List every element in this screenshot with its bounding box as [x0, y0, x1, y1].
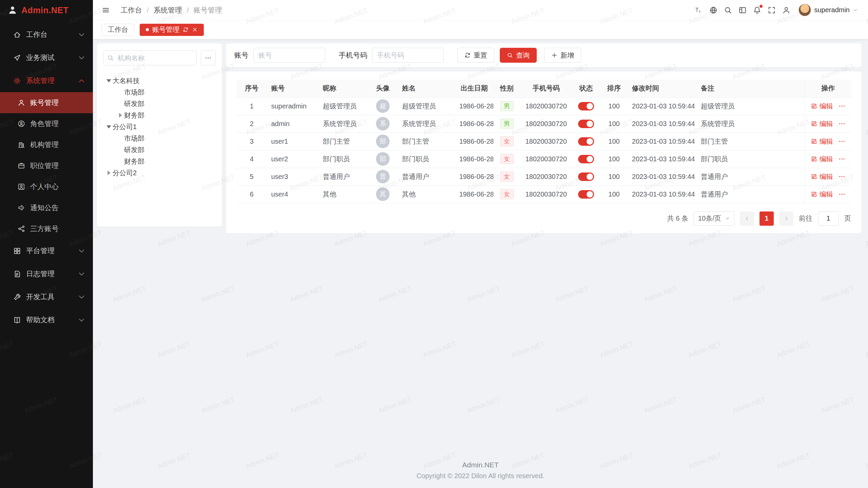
bell-icon[interactable] — [753, 6, 761, 14]
person-icon[interactable] — [782, 6, 790, 14]
close-icon[interactable] — [192, 27, 198, 33]
tree-node[interactable]: 分公司2 — [103, 167, 216, 179]
tree-more-button[interactable] — [201, 50, 216, 65]
grid-icon — [13, 247, 21, 255]
edit-button[interactable]: 编辑 — [811, 119, 833, 128]
account-input[interactable] — [253, 48, 325, 63]
edit-button[interactable]: 编辑 — [811, 102, 833, 111]
sidebar-item[interactable]: 业务测试 — [0, 46, 93, 69]
row-more-button[interactable] — [839, 173, 845, 180]
tab-item[interactable]: 工作台 — [102, 24, 134, 36]
sidebar-subitem[interactable]: 角色管理 — [0, 113, 93, 134]
breadcrumb-item[interactable]: 系统管理 — [154, 5, 182, 15]
fullscreen-icon[interactable] — [768, 6, 776, 14]
sidebar-item[interactable]: 日志管理 — [0, 262, 93, 285]
chevron-down-icon — [78, 247, 85, 255]
caret-down-icon[interactable] — [105, 123, 113, 130]
megaphone-icon — [18, 204, 25, 211]
cell-birth: 1986-06-28 — [455, 133, 493, 150]
sidebar-item[interactable]: 平台管理 — [0, 239, 93, 262]
row-more-button[interactable] — [839, 156, 845, 162]
add-button[interactable]: 新增 — [544, 48, 581, 63]
sidebar-subitem[interactable]: 职位管理 — [0, 155, 93, 176]
sidebar-subitem[interactable]: 通知公告 — [0, 197, 93, 218]
caret-down-icon[interactable] — [105, 77, 113, 84]
cell-remark: 超级管理员 — [697, 97, 805, 115]
fontsize-icon[interactable]: Tt — [695, 6, 703, 14]
cell-phone: 18020030720 — [520, 133, 572, 150]
tree-node[interactable]: 财务部 — [103, 156, 216, 167]
sidebar-item[interactable]: 开发工具 — [0, 285, 93, 308]
row-more-button[interactable] — [839, 120, 845, 127]
tree-node[interactable]: 财务部 — [103, 109, 216, 121]
cell-status — [572, 168, 600, 185]
tree-node[interactable]: 大名科技 — [103, 75, 216, 86]
table-body: 1superadmin超级管理员超超级管理员1986-06-28男1802003… — [236, 97, 851, 203]
edit-button[interactable]: 编辑 — [811, 137, 833, 146]
search-icon[interactable] — [724, 6, 732, 14]
logo-icon — [7, 5, 18, 15]
cell-gender: 女 — [493, 185, 520, 203]
tree-node[interactable]: 研发部 — [103, 144, 216, 156]
tab-active[interactable]: 账号管理 — [140, 24, 204, 36]
sidebar-subitem[interactable]: 账号管理 — [0, 92, 93, 113]
menu-label: 工作台 — [26, 30, 47, 39]
row-more-button[interactable] — [839, 138, 845, 145]
logo-text: Admin.NET — [21, 5, 68, 15]
sidebar-item[interactable]: 帮助文档 — [0, 308, 93, 331]
tree-node[interactable]: 研发部 — [103, 98, 216, 109]
status-toggle[interactable] — [578, 102, 594, 110]
status-toggle[interactable] — [578, 120, 594, 128]
status-toggle[interactable] — [578, 155, 594, 163]
edit-button[interactable]: 编辑 — [811, 172, 833, 181]
caret-right-icon[interactable] — [105, 169, 113, 177]
sidebar-subitem[interactable]: 个人中心 — [0, 176, 93, 197]
table-panel: 序号账号昵称头像姓名出生日期性别手机号码状态排序修改时间备注操作 1supera… — [226, 72, 861, 233]
row-more-button[interactable] — [839, 191, 845, 198]
page-unit: 页 — [844, 214, 851, 223]
next-page-button[interactable] — [779, 211, 793, 226]
sidebar-subitem[interactable]: 机构管理 — [0, 134, 93, 155]
row-more-button[interactable] — [839, 103, 845, 109]
tree-node[interactable]: 市场部 — [103, 133, 216, 144]
goto-page-input[interactable] — [818, 211, 839, 226]
edit-button[interactable]: 编辑 — [811, 155, 833, 164]
page-number[interactable]: 1 — [760, 211, 774, 226]
breadcrumb-item: 账号管理 — [194, 5, 222, 15]
sidebar-item[interactable]: 工作台 — [0, 23, 93, 46]
edit-label: 编辑 — [820, 190, 833, 199]
phone-input[interactable] — [372, 48, 444, 63]
cell-birth: 1986-06-28 — [455, 115, 493, 133]
prev-page-button[interactable] — [740, 211, 754, 226]
org-search-input[interactable] — [103, 50, 197, 65]
home-icon — [13, 31, 21, 39]
sidebar-menu: 工作台业务测试系统管理账号管理角色管理机构管理职位管理个人中心通知公告三方账号平… — [0, 20, 93, 488]
status-toggle[interactable] — [578, 137, 594, 146]
menu-label: 帮助文档 — [26, 315, 55, 325]
search-button[interactable]: 查询 — [500, 48, 537, 63]
breadcrumb-item[interactable]: 工作台 — [121, 5, 142, 15]
status-toggle[interactable] — [578, 172, 594, 181]
tree-node[interactable]: 分公司1 — [103, 121, 216, 133]
cell-ops: 编辑 — [805, 97, 851, 115]
page-size-select[interactable]: 10条/页 — [694, 211, 734, 226]
tree-node[interactable]: 市场部 — [103, 86, 216, 98]
cell-nickname: 系统管理员 — [319, 115, 368, 133]
refresh-icon[interactable] — [183, 27, 189, 33]
hamburger-icon[interactable] — [102, 6, 110, 14]
reset-button[interactable]: 重置 — [457, 48, 494, 63]
layout-icon[interactable] — [738, 6, 747, 14]
sidebar-subitem[interactable]: 三方账号 — [0, 218, 93, 239]
cell-modified: 2023-01-03 10:59:44 — [628, 150, 697, 168]
edit-button[interactable]: 编辑 — [811, 190, 833, 199]
cell-nickname: 部门职员 — [319, 150, 368, 168]
sidebar-item[interactable]: 系统管理 — [0, 69, 93, 92]
caret-right-icon[interactable] — [117, 111, 124, 119]
header-icons: Tt — [695, 6, 790, 14]
status-toggle[interactable] — [578, 190, 594, 199]
column-header: 操作 — [805, 80, 851, 97]
cell-modified: 2023-01-03 10:59:44 — [628, 168, 697, 185]
user-menu[interactable]: superadmin — [798, 4, 858, 16]
globe-icon[interactable] — [709, 6, 717, 14]
chevron-down-icon — [78, 270, 85, 278]
